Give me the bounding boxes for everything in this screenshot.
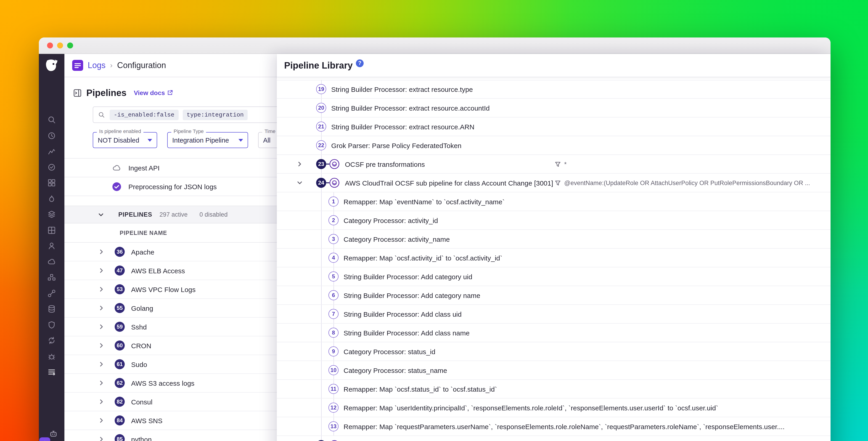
expand-chevron-icon[interactable] [98, 398, 105, 405]
integrations-icon[interactable] [47, 273, 56, 282]
library-row[interactable]: 22 Grok Parser: Parse Policy FederatedTo… [277, 136, 831, 155]
processor-count-badge: 82 [115, 397, 125, 407]
expand-chevron-icon[interactable] [98, 304, 105, 312]
filter-funnel-icon [555, 180, 561, 186]
app-window: Logs › Configuration Pipelines View docs [39, 37, 831, 441]
badge-connector [326, 182, 330, 183]
processor-label: Remapper: Map `eventName` to `ocsf.activ… [344, 198, 504, 205]
breadcrumb-separator: › [110, 61, 113, 69]
query-token[interactable]: type:integration [183, 110, 248, 120]
library-row[interactable]: 10 Category Processor: status_name [277, 361, 831, 380]
library-row[interactable]: 2 Category Processor: activity_id [277, 211, 831, 230]
processor-label: String Builder Processor: Add category n… [344, 291, 480, 299]
filter-label: Pipeline Type [171, 128, 206, 134]
ci-cd-icon[interactable] [47, 336, 56, 345]
integration-icon [200, 286, 208, 293]
datadog-mascot-icon[interactable] [49, 429, 58, 438]
library-row[interactable]: 3 Category Processor: activity_name [277, 230, 831, 248]
processor-label: Remapper: Map `ocsf.activity_id` to `ocs… [344, 254, 502, 262]
filter-funnel-icon [555, 161, 561, 167]
page-title: Pipelines [86, 88, 127, 98]
library-row[interactable]: 13 Remapper: Map `requestParameters.user… [277, 417, 831, 436]
collapse-panel-icon[interactable] [73, 88, 82, 97]
library-row[interactable]: 11 Remapper: Map `ocsf.status_id` to `oc… [277, 380, 831, 399]
library-row[interactable]: 7 String Builder Processor: Add class ui… [277, 305, 831, 324]
expand-chevron-icon[interactable] [98, 248, 105, 256]
expand-chevron-icon[interactable] [98, 379, 105, 387]
help-icon[interactable]: ? [356, 59, 364, 67]
breadcrumb-logs-link[interactable]: Logs [88, 61, 105, 70]
view-docs-link[interactable]: View docs [134, 89, 173, 96]
library-row[interactable]: 21 String Builder Processor: extract res… [277, 117, 831, 136]
integration-icon [156, 342, 163, 349]
expand-chevron-icon[interactable] [98, 417, 105, 424]
processor-count-badge: 62 [115, 378, 125, 388]
expand-chevron-icon[interactable] [98, 323, 105, 330]
expand-chevron-icon[interactable] [98, 267, 105, 274]
processor-label: Remapper: Map `requestParameters.userNam… [344, 422, 785, 430]
library-row[interactable]: 23 OCSF pre transformations * [277, 155, 831, 174]
bits-ai-button[interactable] [39, 437, 50, 441]
library-row[interactable]: 12 Remapper: Map `userIdentity.principal… [277, 399, 831, 417]
fullscreen-button[interactable] [67, 42, 73, 49]
pipeline-library-panel: Pipeline Library ? 19 [277, 54, 831, 441]
library-row[interactable]: 24 AWS CloudTrail OCSF sub pipeline for … [277, 174, 831, 193]
expand-chevron-icon[interactable] [98, 436, 105, 441]
monitors-icon[interactable] [47, 163, 56, 172]
processor-count-badge: 84 [115, 415, 125, 425]
metrics-icon[interactable] [47, 147, 56, 156]
collapse-section-icon[interactable] [97, 211, 104, 218]
library-row[interactable]: 6 String Builder Processor: Add category… [277, 286, 831, 305]
minimize-button[interactable] [57, 42, 63, 49]
library-row[interactable]: 8 String Builder Processor: Add class na… [277, 324, 831, 342]
serverless-icon[interactable] [47, 257, 56, 266]
apm-icon[interactable] [47, 194, 56, 203]
close-button[interactable] [47, 42, 53, 49]
infrastructure-icon[interactable] [47, 226, 56, 235]
integration-icon [158, 304, 165, 312]
processor-count-badge: 53 [115, 284, 125, 294]
dashboards-icon[interactable] [47, 178, 56, 187]
ocsf-pipeline-icon [330, 178, 339, 188]
database-icon[interactable] [47, 304, 56, 314]
library-row[interactable]: 5 String Builder Processor: Add category… [277, 267, 831, 286]
processor-number-badge: 1 [329, 197, 339, 207]
library-row[interactable]: 19 String Builder Processor: extract res… [277, 80, 831, 99]
pipeline-name-column-header: PIPELINE NAME [120, 230, 167, 236]
processor-number-badge: 24 [316, 178, 326, 188]
rum-icon[interactable] [47, 241, 56, 251]
expand-chevron-icon[interactable] [98, 286, 105, 293]
library-row[interactable]: 20 String Builder Processor: extract res… [277, 99, 831, 117]
processor-label: Category Processor: status_id [344, 348, 435, 355]
expand-chevron-icon[interactable] [296, 160, 303, 168]
library-row[interactable]: 9 Category Processor: status_id [277, 342, 831, 361]
log-pipelines-icon[interactable] [47, 368, 56, 377]
pipeline-library-list: 19 String Builder Processor: extract res… [277, 77, 831, 441]
error-tracking-icon[interactable] [47, 352, 56, 361]
processor-number-badge: 23 [316, 159, 326, 169]
datadog-logo-icon[interactable] [44, 58, 59, 74]
breadcrumb-current-page: Configuration [117, 61, 166, 70]
network-icon[interactable] [47, 289, 56, 298]
expand-chevron-icon[interactable] [296, 179, 303, 186]
screen: Logs › Configuration Pipelines View docs [0, 0, 868, 441]
query-token[interactable]: -is_enabled:false [110, 110, 178, 120]
library-row[interactable] [277, 436, 831, 441]
pipeline-name: AWS ELB Access [131, 267, 185, 274]
filter-dropdown[interactable]: Is pipeline enabled NOT Disabled [93, 132, 157, 148]
processor-number-badge: 19 [316, 84, 326, 94]
filter-label: Is pipeline enabled [97, 128, 144, 134]
history-icon[interactable] [47, 131, 56, 140]
expand-chevron-icon[interactable] [98, 360, 105, 368]
processor-number-badge: 12 [329, 403, 339, 413]
processor-label: String Builder Processor: extract resour… [331, 123, 474, 130]
library-row[interactable]: 4 Remapper: Map `ocsf.activity_id` to `o… [277, 248, 831, 267]
filter-dropdown[interactable]: Pipeline Type Integration Pipeline [167, 132, 248, 148]
library-row[interactable]: 1 Remapper: Map `eventName` to `ocsf.act… [277, 193, 831, 211]
processor-label: Category Processor: activity_name [344, 235, 450, 243]
profiling-icon[interactable] [47, 210, 56, 219]
pipeline-name: python [131, 435, 152, 441]
security-icon[interactable] [47, 320, 56, 329]
search-icon[interactable] [47, 115, 56, 124]
expand-chevron-icon[interactable] [98, 342, 105, 349]
